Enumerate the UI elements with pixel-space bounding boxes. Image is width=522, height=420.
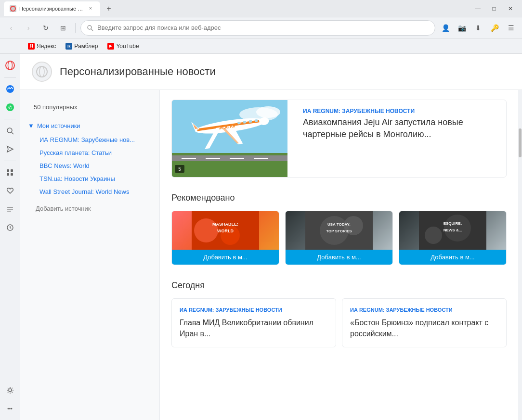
heart-icon	[6, 187, 14, 195]
bookmark-rambler-label: Рамблер	[74, 43, 98, 50]
svg-rect-39	[243, 121, 247, 124]
rec-card-usa-image: USA TODAY: TOP STORIES	[286, 211, 392, 250]
address-bar[interactable]	[80, 20, 435, 36]
bookmark-yandex[interactable]: Я Яндекс	[24, 41, 60, 51]
source-item-3[interactable]: TSN.ua: Новости Украины	[28, 172, 152, 185]
svg-rect-11	[11, 169, 13, 172]
sources-toggle[interactable]: ▼	[28, 122, 34, 129]
sidebar-messenger-button[interactable]	[2, 81, 18, 97]
svg-rect-12	[7, 173, 9, 176]
right-panel: JeJu Air 5 ИА REGNUM: ЗАРУБЕЖНЫЕ НОВОСТИ…	[160, 90, 518, 420]
svg-text:MASHABLE:: MASHABLE:	[212, 222, 238, 227]
page-header: Персонализированные новости	[20, 54, 522, 90]
sidebar-search-button[interactable]	[2, 123, 18, 139]
left-panel: 50 популярных ▼ Мои источники ИА REGNUM:…	[20, 90, 160, 420]
window-controls: — □ ✕	[470, 1, 518, 16]
tab-area: Персонализированные н... × +	[4, 1, 468, 16]
user-icon-button[interactable]: 👤	[438, 21, 453, 35]
today-card-1-title: «Бостон Брюинз» подписал контракт с росс…	[350, 318, 498, 339]
today-heading: Сегодня	[171, 280, 507, 291]
settings-icon	[6, 386, 14, 394]
sidebar-whatsapp-button[interactable]: ✆	[2, 100, 18, 115]
back-button[interactable]: ‹	[4, 21, 18, 35]
today-card-1-source: ИА REGNUM: ЗАРУБЕЖНЫЕ НОВОСТИ	[350, 306, 498, 314]
my-sources-header: ▼ Мои источники	[28, 122, 152, 129]
nav-actions: 👤 📷 ⬇ 🔑 ☰	[438, 21, 518, 35]
rec-card-mashable: MASHABLE: WORLD Добавить в м...	[171, 211, 279, 265]
page-logo	[32, 62, 52, 82]
history-icon	[6, 224, 14, 231]
search-sidebar-icon	[6, 127, 14, 135]
grid-view-button[interactable]: ⊞	[56, 21, 70, 35]
sidebar-favorites-button[interactable]	[2, 183, 18, 199]
svg-rect-38	[237, 122, 241, 125]
browser-sidebar: ✆	[0, 54, 20, 420]
page-content: Персонализированные новости 50 популярны…	[20, 54, 522, 420]
featured-article: JeJu Air 5 ИА REGNUM: ЗАРУБЕЖНЫЕ НОВОСТИ…	[171, 100, 507, 178]
bookmark-yandex-label: Яндекс	[37, 43, 56, 50]
tab-favicon	[10, 5, 16, 12]
sidebar-apps-button[interactable]	[2, 165, 18, 180]
recommended-heading: Рекомендовано	[171, 193, 507, 203]
sidebar-history-button[interactable]	[2, 220, 18, 235]
svg-text:5: 5	[178, 166, 181, 172]
rec-card-mashable-image: MASHABLE: WORLD	[172, 211, 279, 250]
today-card-0-title: Глава МИД Великобритании обвинил Иран в.…	[180, 318, 328, 339]
source-item-1[interactable]: Русская планета: Статьи	[28, 146, 152, 159]
featured-title: Авиакомпания Jeju Air запустила новые ча…	[303, 116, 498, 140]
forward-button[interactable]: ›	[21, 21, 36, 35]
youtube-icon: ▶	[107, 43, 114, 50]
tab-close-button[interactable]: ×	[87, 5, 94, 13]
svg-point-8	[7, 128, 12, 133]
sidebar-opera-button[interactable]	[2, 58, 18, 73]
svg-text:✆: ✆	[8, 105, 12, 110]
close-button[interactable]: ✕	[503, 1, 518, 16]
bookmarks-bar: Я Яндекс R Рамблер ▶ YouTube	[0, 38, 522, 54]
sidebar-divider-2	[4, 119, 16, 119]
sidebar-more-button[interactable]: •••	[2, 401, 18, 416]
bookmark-youtube[interactable]: ▶ YouTube	[104, 41, 143, 51]
new-tab-button[interactable]: +	[102, 2, 116, 15]
maximize-button[interactable]: □	[486, 1, 502, 16]
scroll-indicator[interactable]	[518, 90, 522, 420]
svg-line-9	[12, 132, 13, 134]
svg-rect-13	[11, 173, 13, 176]
menu-button[interactable]: ☰	[504, 21, 518, 35]
download-button[interactable]: ⬇	[471, 21, 485, 35]
add-source-button[interactable]: Добавить источник	[28, 202, 152, 215]
rec-card-mashable-add-button[interactable]: Добавить в м...	[172, 250, 279, 265]
browser-window: Персонализированные н... × + — □ ✕ ‹ › ↻…	[0, 0, 522, 420]
sidebar-settings-button[interactable]	[2, 382, 18, 398]
source-item-2[interactable]: BBC News: World	[28, 159, 152, 172]
source-item-4[interactable]: Wall Street Journal: World News	[28, 185, 152, 198]
svg-point-4	[8, 61, 12, 70]
svg-line-2	[91, 29, 93, 31]
address-input[interactable]	[97, 24, 429, 31]
profile-button[interactable]: 🔑	[487, 21, 502, 35]
rec-card-usa-add-button[interactable]: Добавить в м...	[286, 250, 392, 265]
search-icon	[87, 25, 93, 31]
sidebar-send-button[interactable]	[2, 141, 18, 157]
svg-text:USA TODAY:: USA TODAY:	[327, 222, 351, 227]
svg-rect-26	[182, 158, 196, 159]
scroll-thumb[interactable]	[519, 128, 522, 157]
svg-rect-29	[254, 158, 268, 159]
featured-image-svg: JeJu Air 5	[172, 100, 287, 177]
bookmark-rambler[interactable]: R Рамблер	[62, 41, 102, 51]
svg-rect-40	[249, 120, 252, 123]
svg-text:TOP STORIES: TOP STORIES	[326, 229, 352, 233]
camera-button[interactable]: 📷	[455, 21, 469, 35]
minimize-button[interactable]: —	[470, 1, 485, 16]
source-item-0[interactable]: ИА REGNUM: Зарубежные нов...	[28, 133, 152, 146]
navigation-bar: ‹ › ↻ ⊞ 👤 📷 ⬇ 🔑 ☰	[0, 17, 522, 38]
whatsapp-icon: ✆	[6, 103, 14, 112]
my-sources-label: Мои источники	[37, 122, 80, 129]
refresh-button[interactable]: ↻	[39, 21, 53, 35]
sidebar-reader-button[interactable]	[2, 202, 18, 217]
active-tab[interactable]: Персонализированные н... ×	[4, 1, 100, 16]
popular-button[interactable]: 50 популярных	[28, 100, 152, 115]
svg-point-19	[37, 66, 47, 77]
svg-rect-14	[7, 207, 13, 208]
rec-card-esquire-add-button[interactable]: Добавить в м...	[399, 250, 506, 265]
usa-bg: USA TODAY: TOP STORIES	[305, 211, 373, 250]
